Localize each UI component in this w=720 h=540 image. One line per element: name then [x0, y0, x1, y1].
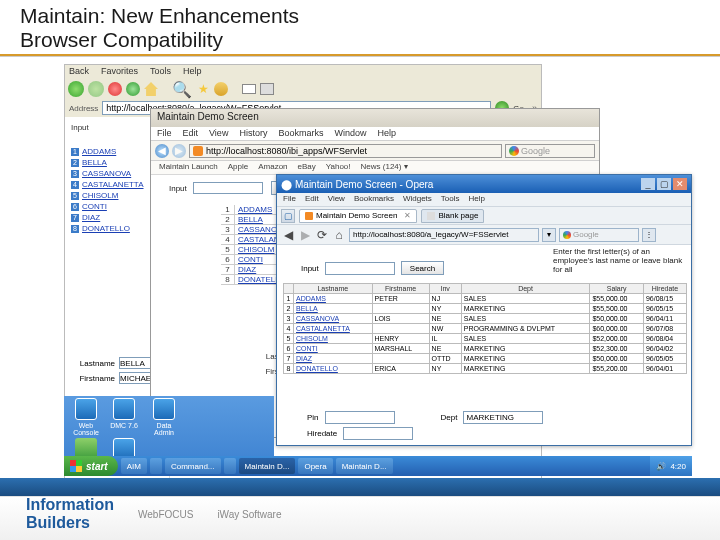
forward-icon[interactable] [88, 81, 104, 97]
tray-icon[interactable]: 🔊 [656, 462, 666, 471]
menu-item[interactable]: Edit [183, 128, 199, 139]
dept-input[interactable] [463, 411, 543, 424]
pin-input[interactable] [325, 411, 395, 424]
menu-icon[interactable]: ⋮ [642, 228, 656, 242]
lastname-link[interactable]: BELLA [294, 304, 373, 314]
lastname-link[interactable]: CHISOLM [294, 334, 373, 344]
reload-icon[interactable]: ⟳ [315, 228, 329, 242]
ie-menubar[interactable]: Back Favorites Tools Help [65, 65, 541, 79]
desktop-icon[interactable]: DMC 7.6 [110, 398, 138, 432]
menu-item[interactable]: Help [469, 194, 485, 205]
bookmark-item[interactable]: Amazon [258, 162, 287, 173]
list-item[interactable]: CASSANOVA [82, 169, 131, 178]
list-item[interactable]: BELLA [82, 158, 107, 167]
menu-item[interactable]: View [209, 128, 228, 139]
table-row: 2BELLANYMARKETING$55,500.0096/05/15 [284, 304, 687, 314]
taskbar-item[interactable]: Maintain D... [239, 458, 296, 474]
system-tray[interactable]: 🔊 4:20 [650, 456, 692, 476]
menu-item[interactable]: Bookmarks [278, 128, 323, 139]
search-input[interactable] [193, 182, 263, 194]
opera-titlebar[interactable]: ⬤Maintain Demo Screen - Opera _ ▢ ✕ [277, 175, 691, 193]
taskbar-item[interactable] [150, 458, 162, 474]
firefox-address-text: http://localhost:8080/ibi_apps/WFServlet [206, 146, 367, 156]
close-button[interactable]: ✕ [673, 178, 687, 190]
opera-menubar[interactable]: FileEditViewBookmarksWidgetsToolsHelp [277, 193, 691, 207]
search-icon[interactable]: 🔍 [172, 80, 192, 99]
list-item[interactable]: DIAZ [82, 213, 100, 222]
home-icon[interactable] [144, 82, 158, 96]
menu-item[interactable]: History [239, 128, 267, 139]
bookmark-item[interactable]: Maintain Launch [159, 162, 218, 173]
minimize-button[interactable]: _ [641, 178, 655, 190]
lastname-link[interactable]: CONTI [294, 344, 373, 354]
forward-icon[interactable]: ▶ [298, 228, 312, 242]
ie-menu-item[interactable]: Help [183, 66, 202, 78]
taskbar-item[interactable] [224, 458, 236, 474]
menu-item[interactable]: Help [377, 128, 396, 139]
menu-item[interactable]: File [283, 194, 296, 205]
cell: $50,000.00 [590, 314, 643, 324]
bookmark-item[interactable]: Yahoo! [326, 162, 351, 173]
opera-address-input[interactable]: http://localhost:8080/a_legacy/W=FSServl… [349, 228, 539, 242]
lastname-link[interactable]: ADDAMS [294, 294, 373, 304]
firefox-address-input[interactable]: http://localhost:8080/ibi_apps/WFServlet [189, 144, 502, 158]
list-item[interactable]: CASTALANETTA [82, 180, 144, 189]
bookmark-item[interactable]: Apple [228, 162, 248, 173]
taskbar-item[interactable]: AIM [121, 458, 147, 474]
taskbar-item[interactable]: Maintain D... [336, 458, 393, 474]
menu-item[interactable]: Edit [305, 194, 319, 205]
row-badge: 3 [71, 170, 79, 178]
lastname-link[interactable]: CASSANOVA [294, 314, 373, 324]
home-icon[interactable]: ⌂ [332, 228, 346, 242]
back-icon[interactable]: ◀ [155, 144, 169, 158]
mail-icon[interactable] [242, 84, 256, 94]
list-item[interactable]: CHISOLM [82, 191, 118, 200]
tab-inactive[interactable]: Blank page [421, 209, 484, 223]
ie-menu-item[interactable]: Back [69, 66, 89, 78]
firefox-menubar[interactable]: FileEditViewHistoryBookmarksWindowHelp [151, 127, 599, 141]
cell: NE [429, 314, 461, 324]
hiredate-input[interactable] [343, 427, 413, 440]
row-index: 5 [221, 245, 235, 254]
cell: MARKETING [461, 364, 590, 374]
firefox-search-input[interactable]: Google [505, 144, 595, 158]
taskbar-item[interactable]: Opera [298, 458, 332, 474]
dropdown-icon[interactable]: ▾ [542, 228, 556, 242]
taskbar-item[interactable]: Command... [165, 458, 221, 474]
ie-menu-item[interactable]: Tools [150, 66, 171, 78]
forward-icon[interactable]: ▶ [172, 144, 186, 158]
menu-item[interactable]: Bookmarks [354, 194, 394, 205]
print-icon[interactable] [260, 83, 274, 95]
lastname-link[interactable]: DIAZ [294, 354, 373, 364]
menu-item[interactable]: View [328, 194, 345, 205]
tab-active[interactable]: Maintain Demo Screen✕ [299, 209, 417, 223]
list-item[interactable]: DONATELLO [82, 224, 130, 233]
ie-menu-item[interactable]: Favorites [101, 66, 138, 78]
menu-item[interactable]: Tools [441, 194, 460, 205]
desktop-icon[interactable]: Data Admin [150, 398, 178, 432]
start-button[interactable]: start [64, 456, 118, 476]
menu-item[interactable]: File [157, 128, 172, 139]
back-icon[interactable]: ◀ [281, 228, 295, 242]
desktop-icon[interactable]: Web Console [72, 398, 100, 432]
back-icon[interactable] [68, 81, 84, 97]
maximize-button[interactable]: ▢ [657, 178, 671, 190]
lastname-link[interactable]: DONATELLO [294, 364, 373, 374]
bookmark-item[interactable]: eBay [298, 162, 316, 173]
favorites-icon[interactable]: ★ [196, 82, 210, 96]
list-item[interactable]: ADDAMS [82, 147, 116, 156]
stop-icon[interactable] [108, 82, 122, 96]
lastname-link[interactable]: CASTALANETTA [294, 324, 373, 334]
tab-close-icon[interactable]: ✕ [404, 211, 411, 220]
search-button[interactable]: Search [401, 261, 444, 275]
search-input[interactable] [325, 262, 395, 275]
menu-item[interactable]: Window [334, 128, 366, 139]
new-tab-button[interactable]: ▢ [281, 209, 295, 223]
refresh-icon[interactable] [126, 82, 140, 96]
opera-search-input[interactable]: Google [559, 228, 639, 242]
menu-item[interactable]: Widgets [403, 194, 432, 205]
history-icon[interactable] [214, 82, 228, 96]
bookmark-item[interactable]: News (124) ▾ [361, 162, 408, 173]
list-item[interactable]: CONTI [82, 202, 107, 211]
firefox-bookmarkbar[interactable]: Maintain LaunchAppleAmazoneBayYahoo!News… [151, 161, 599, 175]
